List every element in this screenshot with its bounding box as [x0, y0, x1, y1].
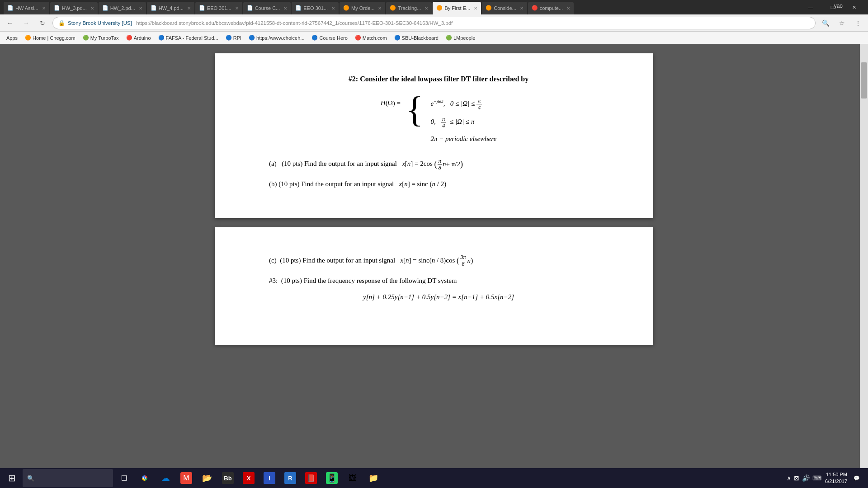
tab-label: HW_2.pd... — [110, 5, 135, 11]
menu-button[interactable]: ⋮ — [852, 17, 864, 29]
taskbar-clock[interactable]: 11:50 PM 6/21/2017 — [825, 471, 847, 485]
bookmark-item[interactable]: 🟠Home | Chegg.com — [22, 34, 78, 42]
forward-button[interactable]: → — [20, 17, 33, 29]
bookmark-label: RPI — [233, 35, 241, 41]
bookmark-item[interactable]: 🔵SBU-Blackboard — [392, 34, 441, 42]
bookmark-item[interactable]: 🟢My TurboTax — [80, 34, 122, 42]
tab-tab10[interactable]: 🟠By First E...✕ — [433, 2, 481, 14]
address-box[interactable]: 🔒 Stony Brook University [US] | https://… — [52, 17, 816, 29]
left-brace: { — [406, 91, 423, 127]
tab-close-icon[interactable]: ✕ — [520, 6, 524, 11]
bookmark-label: SBU-Blackboard — [402, 35, 439, 41]
bookmark-icon: 🟢 — [83, 35, 89, 41]
taskbar-app-10[interactable]: 📱 — [322, 469, 342, 487]
taskbar-app-onedrive[interactable]: ☁ — [156, 469, 175, 487]
tabs-row: 📄HW Assi...✕📄HW_3.pd...✕📄HW_2.pd...✕📄HW_… — [4, 0, 797, 14]
bookmark-item[interactable]: 🟢LMpeople — [443, 34, 478, 42]
tab-close-icon[interactable]: ✕ — [474, 6, 477, 11]
case-2: 0, π 4 ≤ |Ω| ≤ π — [430, 116, 496, 129]
tab-tab3[interactable]: 📄HW_2.pd...✕ — [99, 2, 146, 14]
taskbar: ⊞ 🔍 ❑ ☁ M — [0, 468, 868, 488]
tab-label: compute... — [540, 5, 563, 11]
bookmark-item[interactable]: 🔴Match.com — [352, 34, 390, 42]
tab-tab11[interactable]: 🟠Conside...✕ — [482, 2, 527, 14]
part-b: (b) (10 pts) Find the output for an inpu… — [269, 178, 608, 190]
notification-button[interactable]: 💬 — [851, 472, 863, 484]
tab-close-icon[interactable]: ✕ — [139, 6, 142, 11]
search-taskbar-button[interactable]: 🔍 — [23, 469, 113, 487]
close-button[interactable]: ✕ — [844, 0, 864, 14]
tab-tab2[interactable]: 📄HW_3.pd...✕ — [50, 2, 98, 14]
app12-icon: 📁 — [368, 472, 379, 484]
tab-close-icon[interactable]: ✕ — [235, 6, 239, 11]
tab-close-icon[interactable]: ✕ — [90, 6, 94, 11]
bookmark-item[interactable]: 🔴Arduino — [123, 34, 154, 42]
tab-favicon: 📄 — [295, 5, 302, 11]
chrome-icon — [139, 472, 151, 484]
scrollbar-thumb[interactable] — [861, 62, 867, 99]
tab-close-icon[interactable]: ✕ — [283, 6, 287, 11]
start-button[interactable]: ⊞ — [2, 469, 22, 487]
bookmark-icon: 🔵 — [226, 35, 232, 41]
bookmark-label: Home | Chegg.com — [33, 35, 75, 41]
bookmark-item[interactable]: 🔵FAFSA - Federal Stud... — [156, 34, 221, 42]
title-bar: 📄HW Assi...✕📄HW_3.pd...✕📄HW_2.pd...✕📄HW_… — [0, 0, 868, 14]
taskbar-app-gmail[interactable]: M — [176, 469, 196, 487]
taskbar-app-12[interactable]: 📁 — [363, 469, 383, 487]
left-sidebar — [0, 89, 104, 468]
task-view-button[interactable]: ❑ — [114, 469, 134, 487]
tab-tab12[interactable]: 🔴compute...✕ — [528, 2, 574, 14]
tab-tab7[interactable]: 📄EEO 301...✕ — [292, 2, 339, 14]
tab-favicon: 🟠 — [436, 5, 443, 11]
search-button[interactable]: 🔍 — [819, 17, 832, 29]
bookmark-item[interactable]: 🔵Course Hero — [309, 34, 350, 42]
taskbar-app-7[interactable]: I — [259, 469, 279, 487]
bookmark-item[interactable]: 🔵RPI — [223, 34, 244, 42]
tab-close-icon[interactable]: ✕ — [425, 6, 428, 11]
taskbar-app-5[interactable]: Bb — [218, 469, 238, 487]
tray-expand-icon[interactable]: ∧ — [787, 474, 791, 482]
keyboard-icon[interactable]: ⌨ — [812, 474, 821, 482]
volume-icon[interactable]: 🔊 — [802, 474, 810, 482]
app9-icon: 📕 — [305, 472, 317, 484]
app8-icon: R — [284, 472, 296, 484]
minimize-button[interactable]: — — [800, 0, 821, 14]
tab-tab1[interactable]: 📄HW Assi...✕ — [4, 2, 49, 14]
tab-close-icon[interactable]: ✕ — [187, 6, 191, 11]
tab-close-icon[interactable]: ✕ — [331, 6, 335, 11]
bookmark-button[interactable]: ☆ — [835, 17, 848, 29]
tab-tab9[interactable]: 🟠Tracking...✕ — [386, 2, 432, 14]
content-area: #2: Consider the ideal lowpass filter DT… — [0, 44, 868, 468]
search-taskbar-icon: 🔍 — [27, 475, 34, 482]
tab-label: EEO 301... — [303, 5, 328, 11]
bookmark-label: Course Hero — [319, 35, 347, 41]
tab-label: HW Assi... — [15, 5, 38, 11]
tab-favicon: 📄 — [7, 5, 14, 11]
tab-tab5[interactable]: 📄EEO 301...✕ — [195, 2, 242, 14]
taskbar-app-6[interactable]: X — [239, 469, 259, 487]
taskbar-app-files[interactable]: 📂 — [197, 469, 217, 487]
taskbar-app-9[interactable]: 📕 — [301, 469, 321, 487]
taskbar-app-11[interactable]: 🖼 — [343, 469, 363, 487]
tab-close-icon[interactable]: ✕ — [378, 6, 382, 11]
taskbar-app-8[interactable]: R — [280, 469, 300, 487]
scrollbar[interactable] — [860, 44, 868, 468]
app7-icon: I — [264, 472, 275, 484]
tab-tab8[interactable]: 🟠My Orde...✕ — [340, 2, 385, 14]
bookmark-icon: 🟠 — [25, 35, 31, 41]
taskbar-app-chrome[interactable] — [135, 469, 155, 487]
math-block-homega: H(Ω) = { e−j6Ω, 0 ≤ |Ω| ≤ π 4 0, π — [269, 96, 608, 144]
tab-tab6[interactable]: 📄Course C...✕ — [243, 2, 291, 14]
bookmark-item[interactable]: 🔵https://www.choiceh... — [246, 34, 307, 42]
right-sidebar — [764, 89, 868, 468]
reload-button[interactable]: ↻ — [36, 17, 49, 29]
tab-close-icon[interactable]: ✕ — [42, 6, 46, 11]
part-a: (a) (10 pts) Find the output for an inpu… — [269, 157, 608, 171]
network-icon[interactable]: ⊠ — [794, 474, 799, 482]
tab-close-icon[interactable]: ✕ — [566, 6, 570, 11]
bookmark-item[interactable]: Apps — [4, 34, 20, 42]
tab-tab4[interactable]: 📄HW_4.pd...✕ — [147, 2, 194, 14]
back-button[interactable]: ← — [4, 17, 16, 29]
brace-equation: { e−j6Ω, 0 ≤ |Ω| ≤ π 4 0, π 4 — [406, 96, 496, 144]
address-bar: ← → ↻ 🔒 Stony Brook University [US] | ht… — [0, 14, 868, 32]
